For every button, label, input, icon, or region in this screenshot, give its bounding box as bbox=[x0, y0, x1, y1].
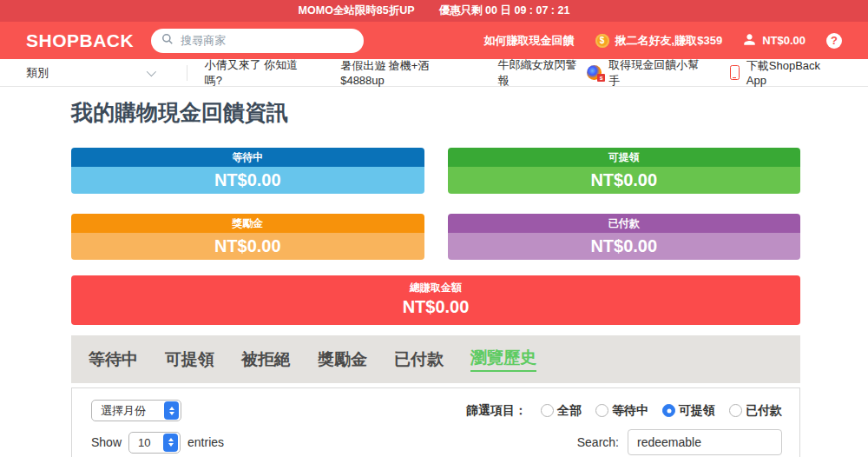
countdown-text: 優惠只剩 00 日 09 : 07 : 21 bbox=[439, 3, 570, 18]
user-icon bbox=[743, 33, 756, 49]
main-content: 我的購物現金回饋資訊 等待中 NT$0.00 可提領 NT$0.00 獎勵金 N… bbox=[0, 98, 868, 457]
chevron-down-icon bbox=[146, 66, 155, 76]
how-to-earn-link[interactable]: 如何賺取現金回饋 bbox=[484, 33, 575, 49]
category-dropdown[interactable]: 類別 bbox=[26, 65, 154, 81]
radio-label: 全部 bbox=[557, 403, 582, 419]
page-title: 我的購物現金回饋資訊 bbox=[71, 98, 800, 127]
card-value: NT$0.00 bbox=[71, 233, 424, 260]
select-stepper-icon bbox=[163, 434, 178, 452]
total-value: NT$0.00 bbox=[71, 295, 800, 318]
radio-icon bbox=[595, 404, 608, 417]
card-redeemable: 可提領 NT$0.00 bbox=[448, 148, 801, 194]
nav-link-promo1[interactable]: 小倩又來了 你知道嗎? bbox=[205, 57, 315, 89]
history-tabs: 等待中 可提領 被拒絕 獎勵金 已付款 瀏覽歷史 bbox=[71, 335, 800, 383]
month-select[interactable]: 選擇月份 bbox=[91, 400, 181, 421]
month-select-value: 選擇月份 bbox=[101, 403, 157, 419]
radio-icon bbox=[662, 404, 675, 417]
merchant-search[interactable] bbox=[151, 29, 364, 53]
total-card: 總賺取金額 NT$0.00 bbox=[71, 275, 800, 325]
search-label: Search: bbox=[577, 435, 619, 449]
tab-rejected[interactable]: 被拒絕 bbox=[241, 348, 291, 371]
show-label: Show bbox=[91, 435, 122, 449]
tab-bonus[interactable]: 獎勵金 bbox=[318, 348, 367, 371]
divider bbox=[187, 65, 187, 81]
search-icon bbox=[161, 33, 174, 49]
tab-browsing-history[interactable]: 瀏覽歷史 bbox=[470, 347, 536, 372]
header: SHOPBACK 如何賺取現金回饋 $ 揪二名好友,賺取$359 NT$0.00… bbox=[0, 22, 868, 59]
status-filter: 篩選項目： 全部 等待中 可提領 已付款 bbox=[466, 403, 782, 419]
entries-select[interactable]: 10 bbox=[128, 432, 181, 454]
help-icon[interactable]: ? bbox=[826, 33, 842, 49]
browser-helper-link[interactable]: 取得現金回饋小幫手 bbox=[608, 57, 709, 89]
table-search: Search: bbox=[577, 429, 782, 455]
account-balance[interactable]: NT$0.00 bbox=[743, 33, 806, 49]
card-label: 可提領 bbox=[448, 148, 801, 167]
card-value: NT$0.00 bbox=[448, 233, 801, 260]
card-label: 獎勵金 bbox=[71, 214, 424, 233]
card-paid: 已付款 NT$0.00 bbox=[448, 214, 801, 260]
history-search-input[interactable] bbox=[628, 429, 782, 455]
summary-cards: 等待中 NT$0.00 可提領 NT$0.00 獎勵金 NT$0.00 已付款 … bbox=[71, 148, 800, 260]
radio-icon bbox=[729, 404, 742, 417]
balance-amount: NT$0.00 bbox=[762, 34, 806, 47]
card-label: 等待中 bbox=[71, 148, 424, 167]
card-value: NT$0.00 bbox=[71, 167, 424, 194]
select-stepper-icon bbox=[164, 401, 179, 420]
filter-label: 篩選項目： bbox=[466, 403, 527, 419]
card-pending: 等待中 NT$0.00 bbox=[71, 148, 424, 194]
radio-label: 已付款 bbox=[746, 403, 782, 419]
merchant-search-input[interactable] bbox=[181, 34, 353, 47]
radio-pending[interactable]: 等待中 bbox=[595, 403, 648, 419]
category-label: 類別 bbox=[26, 65, 49, 81]
firefox-icon: s bbox=[587, 65, 602, 80]
radio-label: 等待中 bbox=[612, 403, 648, 419]
promo-bar: MOMO全站限時85折UP 優惠只剩 00 日 09 : 07 : 21 bbox=[0, 0, 868, 22]
show-entries: Show 10 entries bbox=[91, 432, 224, 454]
radio-label: 可提領 bbox=[679, 403, 715, 419]
tab-redeemable[interactable]: 可提領 bbox=[165, 348, 214, 371]
coin-icon: $ bbox=[595, 34, 609, 48]
nav-link-promo3[interactable]: 牛郎織女放閃警報 bbox=[497, 57, 587, 89]
radio-all[interactable]: 全部 bbox=[541, 403, 582, 419]
total-label: 總賺取金額 bbox=[71, 281, 800, 295]
shopback-logo[interactable]: SHOPBACK bbox=[26, 30, 134, 51]
phone-icon bbox=[730, 65, 740, 80]
radio-redeemable[interactable]: 可提領 bbox=[662, 403, 715, 419]
card-label: 已付款 bbox=[448, 214, 801, 233]
referral-link[interactable]: $ 揪二名好友,賺取$359 bbox=[595, 33, 723, 49]
card-bonus: 獎勵金 NT$0.00 bbox=[71, 214, 424, 260]
nav-bar: 類別 小倩又來了 你知道嗎? 暑假出遊 搶機+酒$4888up 牛郎織女放閃警報… bbox=[0, 59, 868, 87]
tab-pending[interactable]: 等待中 bbox=[89, 348, 138, 371]
download-app-link[interactable]: 下載ShopBack App bbox=[746, 58, 842, 87]
card-value: NT$0.00 bbox=[448, 167, 801, 194]
shopback-badge-icon: s bbox=[597, 74, 605, 82]
entries-select-value: 10 bbox=[138, 436, 156, 449]
nav-link-promo2[interactable]: 暑假出遊 搶機+酒$4888up bbox=[340, 58, 471, 87]
promo-text: MOMO全站限時85折UP bbox=[299, 3, 415, 18]
radio-paid[interactable]: 已付款 bbox=[729, 403, 782, 419]
tab-paid[interactable]: 已付款 bbox=[394, 348, 444, 371]
history-panel: 選擇月份 篩選項目： 全部 等待中 可提領 bbox=[71, 387, 800, 457]
referral-label: 揪二名好友,賺取$359 bbox=[615, 33, 723, 49]
entries-label: entries bbox=[187, 435, 224, 449]
radio-icon bbox=[541, 404, 554, 417]
